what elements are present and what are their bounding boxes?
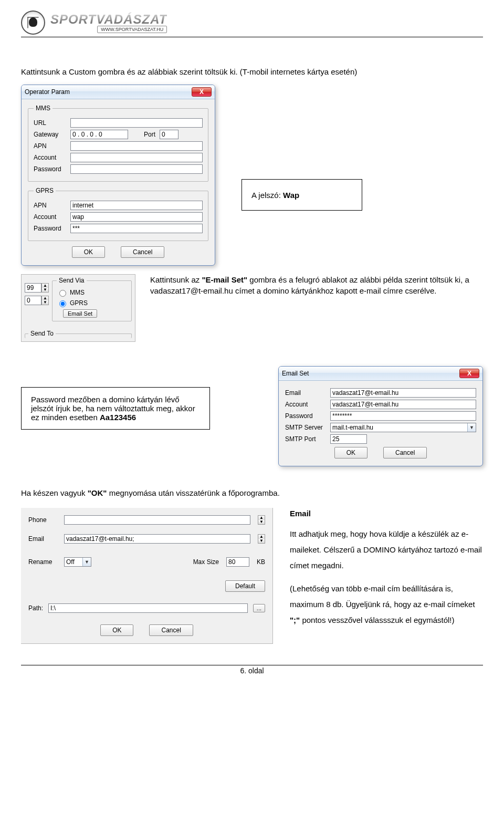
spinner-bottom[interactable]: ▲▼ bbox=[41, 296, 49, 305]
operator-ok-button[interactable]: OK bbox=[72, 246, 105, 258]
sf-email-label: Email bbox=[28, 535, 57, 543]
close-button[interactable]: X bbox=[192, 87, 212, 97]
email-set-button[interactable]: Email Set bbox=[63, 309, 97, 318]
mms-account-label: Account bbox=[34, 154, 66, 161]
gprs-apn-label: APN bbox=[34, 202, 66, 209]
ed-email-input[interactable] bbox=[330, 388, 476, 398]
ed-smtp-input[interactable] bbox=[330, 423, 476, 432]
operator-param-dialog: Operator Param X MMS URL Gateway Port AP… bbox=[21, 85, 215, 266]
sf-email-input[interactable] bbox=[64, 534, 250, 544]
logo-emblem bbox=[21, 11, 45, 35]
sf-rename-label: Rename bbox=[28, 558, 57, 566]
send-via-gprs-radio[interactable] bbox=[59, 300, 66, 307]
sf-browse-button[interactable]: ... bbox=[253, 604, 265, 612]
ed-email-label: Email bbox=[285, 389, 326, 397]
gprs-password-input[interactable] bbox=[70, 224, 203, 233]
gprs-group: GPRS APN Account Password bbox=[28, 187, 208, 241]
mms-port-input[interactable] bbox=[160, 130, 178, 139]
sf-phone-spin[interactable]: ▲▼ bbox=[258, 515, 265, 525]
dropdown-arrow-icon[interactable]: ▼ bbox=[467, 423, 476, 432]
left-num-bottom[interactable] bbox=[25, 296, 41, 305]
mms-password-label: Password bbox=[34, 165, 66, 173]
sf-default-button[interactable]: Default bbox=[225, 580, 265, 592]
send-via-mms-label: MMS bbox=[70, 289, 85, 296]
brand-url: WWW.SPORTVADASZAT.HU bbox=[97, 26, 167, 33]
sf-phone-label: Phone bbox=[28, 516, 57, 524]
sf-kb-label: KB bbox=[257, 558, 265, 566]
after-ok-paragraph: Ha készen vagyuk "OK" megnyomása után vi… bbox=[21, 487, 483, 498]
gprs-apn-input[interactable] bbox=[70, 201, 203, 210]
ed-port-label: SMTP Port bbox=[285, 435, 326, 443]
intro-paragraph: Kattintsunk a Custom gombra és az alábbi… bbox=[21, 66, 483, 77]
mms-url-label: URL bbox=[34, 119, 66, 127]
ed-port-input[interactable] bbox=[330, 434, 367, 444]
gprs-password-label: Password bbox=[34, 225, 66, 232]
ee-p2: (Lehetőség van több e-mail cím beállítás… bbox=[290, 581, 483, 628]
send-via-group: Send Via MMS GPRS Email Set bbox=[52, 277, 132, 321]
send-via-fragment: ▲▼ ▲▼ Send Via MMS GPRS Email Set Send T… bbox=[21, 274, 135, 342]
operator-cancel-button[interactable]: Cancel bbox=[121, 246, 164, 258]
sf-email-spin[interactable]: ▲▼ bbox=[258, 534, 265, 544]
dropdown-arrow-icon[interactable]: ▼ bbox=[82, 558, 91, 566]
send-via-gprs-label: GPRS bbox=[70, 299, 88, 307]
mms-password-input[interactable] bbox=[70, 164, 203, 174]
email-explain-block: Email Itt adhatjuk meg, hogy hova küldje… bbox=[290, 508, 483, 635]
sf-cancel-button[interactable]: Cancel bbox=[149, 624, 193, 636]
mms-port-label: Port bbox=[144, 131, 155, 138]
email-set-paragraph: Kattintsunk az "E-mail Set" gombra és a … bbox=[150, 274, 483, 296]
mms-group: MMS URL Gateway Port APN Account Passwor… bbox=[28, 105, 208, 182]
mms-apn-label: APN bbox=[34, 142, 66, 150]
spinner-top[interactable]: ▲▼ bbox=[41, 283, 49, 293]
settings-fragment: Phone ▲▼ Email ▲▼ Rename ▼ Max Size KB D… bbox=[21, 508, 273, 644]
ed-password-label: Password bbox=[285, 412, 326, 420]
intro-note: (T-mobil internetes kártya esetén) bbox=[240, 67, 357, 76]
ee-title: Email bbox=[290, 509, 311, 518]
gprs-account-label: Account bbox=[34, 213, 66, 221]
wap-password-callout: A jelszó: Wap bbox=[242, 179, 362, 211]
wap-value: Wap bbox=[283, 191, 299, 200]
password-callout: Password mezőben a domino kártyán lévő j… bbox=[21, 387, 210, 430]
page-header: SPORTVADÁSZAT WWW.SPORTVADASZAT.HU bbox=[21, 11, 483, 35]
send-to-group: Send To bbox=[25, 330, 132, 338]
ed-password-input[interactable] bbox=[330, 411, 476, 421]
left-num-top[interactable] bbox=[25, 283, 41, 293]
dialog-title: Operator Param bbox=[25, 88, 70, 96]
mms-gateway-input[interactable] bbox=[70, 130, 128, 139]
email-dialog-title: Email Set bbox=[282, 370, 309, 377]
send-via-mms-radio[interactable] bbox=[59, 290, 66, 297]
mms-url-input[interactable] bbox=[70, 118, 203, 128]
sf-maxsize-input[interactable] bbox=[226, 557, 249, 567]
mms-gateway-label: Gateway bbox=[34, 131, 66, 138]
sf-phone-input[interactable] bbox=[64, 515, 250, 525]
ed-account-label: Account bbox=[285, 401, 326, 408]
mms-account-input[interactable] bbox=[70, 153, 203, 162]
ed-account-input[interactable] bbox=[330, 400, 476, 409]
intro-text: Kattintsunk a Custom gombra és az alábbi… bbox=[21, 67, 240, 76]
email-cancel-button[interactable]: Cancel bbox=[383, 447, 427, 458]
ed-smtp-label: SMTP Server bbox=[285, 424, 326, 431]
header-rule bbox=[21, 37, 483, 37]
page-footer: 6. oldal bbox=[21, 665, 483, 675]
email-ok-button[interactable]: OK bbox=[334, 447, 368, 458]
ee-p1: Itt adhatjuk meg, hogy hova küldje a kés… bbox=[290, 526, 483, 574]
mms-apn-input[interactable] bbox=[70, 141, 203, 151]
email-close-button[interactable]: X bbox=[459, 369, 479, 378]
send-via-legend: Send Via bbox=[57, 277, 87, 284]
sf-ok-button[interactable]: OK bbox=[100, 624, 133, 636]
gprs-legend: GPRS bbox=[34, 187, 56, 194]
gprs-account-input[interactable] bbox=[70, 212, 203, 222]
send-to-legend: Send To bbox=[28, 330, 56, 337]
brand-title: SPORTVADÁSZAT bbox=[50, 12, 167, 27]
sf-path-input[interactable] bbox=[48, 603, 248, 613]
wap-pre: A jelszó: bbox=[251, 191, 283, 200]
mms-legend: MMS bbox=[34, 105, 52, 112]
sf-maxsize-label: Max Size bbox=[193, 558, 219, 566]
sf-path-label: Path: bbox=[28, 604, 43, 612]
email-set-dialog: Email Set X Email Account Password SMTP … bbox=[278, 366, 483, 466]
